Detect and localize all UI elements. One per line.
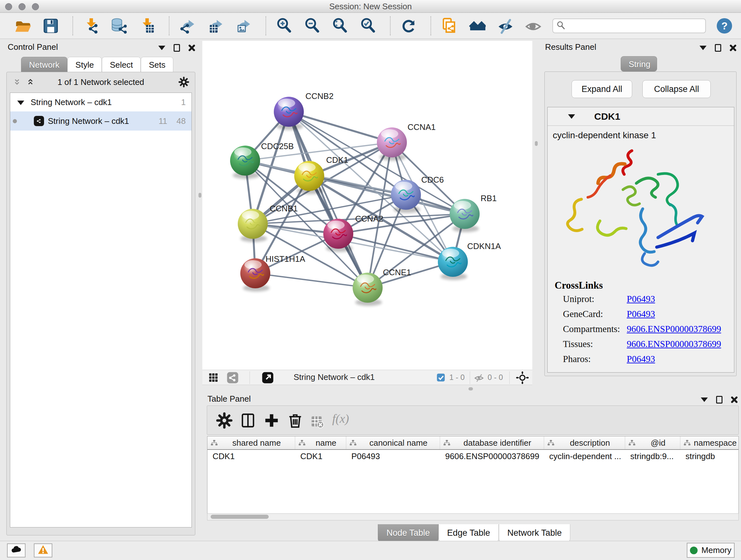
close-panel-icon[interactable] bbox=[731, 396, 738, 403]
show-all-button[interactable] bbox=[525, 17, 542, 35]
crosslink-link[interactable]: 9606.ENSP00000378699 bbox=[627, 339, 721, 349]
column-header-databaseidentifier[interactable]: database identifier bbox=[440, 436, 544, 449]
network-row-selected[interactable]: String Network – cdk1 11 48 bbox=[10, 111, 192, 131]
gear-icon[interactable] bbox=[179, 77, 189, 87]
add-column-icon[interactable] bbox=[263, 412, 280, 429]
node-CDC25B[interactable] bbox=[230, 145, 260, 179]
section-collapse-icon[interactable] bbox=[568, 114, 575, 119]
cell-databaseidentifier[interactable]: 9606.ENSP00000378699 bbox=[440, 450, 544, 463]
tab-string[interactable]: String bbox=[621, 56, 657, 71]
delete-column-icon[interactable] bbox=[287, 412, 304, 429]
zoom-in-button[interactable] bbox=[276, 17, 293, 35]
collapse-all-button[interactable]: Collapse All bbox=[643, 80, 711, 98]
float-panel-icon[interactable] bbox=[715, 44, 721, 52]
apply-layout-button[interactable] bbox=[400, 17, 418, 35]
node-section-header[interactable]: CDK1 bbox=[548, 107, 734, 126]
view-grid-icon[interactable] bbox=[207, 372, 219, 384]
node-CCNA2[interactable] bbox=[323, 219, 353, 252]
edge-HIST1H1A-CCNE1[interactable] bbox=[255, 273, 367, 288]
column-header-description[interactable]: description bbox=[544, 436, 625, 449]
hide-selected-button[interactable] bbox=[496, 17, 514, 35]
expand-all-button[interactable]: Expand All bbox=[571, 80, 632, 98]
float-panel-icon[interactable] bbox=[716, 396, 723, 403]
cloud-status-button[interactable] bbox=[7, 543, 25, 557]
node-label-CCNB2: CCNB2 bbox=[306, 91, 333, 101]
hidden-eye-icon[interactable] bbox=[474, 373, 484, 382]
tab-network-table[interactable]: Network Table bbox=[499, 524, 570, 542]
node-CDC6[interactable] bbox=[391, 180, 421, 213]
node-RB1[interactable] bbox=[450, 199, 480, 232]
crosslinks-block: CrossLinks Uniprot: P06493GeneCard: P064… bbox=[555, 280, 727, 366]
right-splitter-handle[interactable] bbox=[535, 141, 538, 146]
tab-network[interactable]: Network bbox=[21, 57, 67, 72]
cell-namespace[interactable]: stringdb bbox=[680, 450, 739, 463]
selected-checkbox-icon[interactable] bbox=[436, 373, 446, 382]
string-results-box: Expand All Collapse All CDK1 cyclin-depe… bbox=[544, 71, 737, 376]
export-table-button[interactable] bbox=[207, 17, 225, 35]
network-canvas[interactable]: CCNB2 CCNA1 CDC25B CDK1 CDC6 RB1 CCNB1 C… bbox=[202, 41, 532, 370]
node-CCNE1[interactable] bbox=[353, 273, 383, 306]
panel-menu-icon[interactable] bbox=[701, 397, 708, 402]
crosslink-link[interactable]: 9606.ENSP00000378699 bbox=[627, 324, 721, 334]
node-label-HIST1H1A: HIST1H1A bbox=[266, 254, 306, 264]
import-network-from-database-button[interactable] bbox=[111, 17, 128, 35]
cell-id[interactable]: stringdb:9... bbox=[625, 450, 680, 463]
search-input[interactable] bbox=[552, 18, 706, 33]
h-splitter-handle[interactable] bbox=[468, 387, 473, 390]
import-network-from-file-button[interactable] bbox=[83, 17, 100, 35]
tab-sets[interactable]: Sets bbox=[141, 57, 173, 72]
crosslink-link[interactable]: P06493 bbox=[627, 354, 655, 364]
cell-name[interactable]: CDK1 bbox=[295, 450, 346, 463]
tab-select[interactable]: Select bbox=[102, 57, 141, 72]
new-network-from-selection-button[interactable] bbox=[441, 17, 458, 35]
node-CCNA1[interactable] bbox=[377, 127, 407, 161]
cell-sharedname[interactable]: CDK1 bbox=[207, 450, 295, 463]
column-header-name[interactable]: name bbox=[295, 436, 346, 449]
zoom-fit-button[interactable] bbox=[332, 17, 349, 35]
crosslink-link[interactable]: P06493 bbox=[627, 294, 655, 304]
cell-canonicalname[interactable]: P06493 bbox=[346, 450, 440, 463]
zoom-out-button[interactable] bbox=[304, 17, 321, 35]
column-header-sharedname[interactable]: shared name bbox=[207, 436, 295, 449]
export-network-button[interactable] bbox=[179, 17, 197, 35]
node-CDKN1A[interactable] bbox=[438, 247, 468, 280]
crosslink-link[interactable]: P06493 bbox=[627, 309, 655, 319]
zoom-selected-button[interactable] bbox=[359, 17, 377, 35]
detach-view-icon[interactable] bbox=[262, 372, 274, 384]
column-header-namespace[interactable]: namespace bbox=[680, 436, 739, 449]
left-splitter-handle[interactable] bbox=[199, 193, 201, 198]
node-CCNB1[interactable] bbox=[238, 209, 268, 242]
table-gear-icon[interactable] bbox=[216, 412, 232, 429]
tab-node-table[interactable]: Node Table bbox=[378, 524, 439, 542]
table-row[interactable]: CDK1CDK1P064939606.ENSP00000378699cyclin… bbox=[207, 450, 738, 463]
tab-style[interactable]: Style bbox=[67, 57, 102, 72]
network-collection-row[interactable]: String Network – cdk1 1 bbox=[10, 93, 192, 111]
open-session-button[interactable] bbox=[14, 17, 31, 35]
close-panel-icon[interactable] bbox=[188, 44, 195, 51]
panel-menu-icon[interactable] bbox=[158, 46, 165, 50]
import-table-from-file-button[interactable] bbox=[138, 17, 156, 35]
close-panel-icon[interactable] bbox=[730, 44, 737, 51]
edge-CCNB2-CCNA1[interactable] bbox=[289, 112, 392, 142]
cell-description[interactable]: cyclin-dependent ... bbox=[544, 450, 625, 463]
table-hscrollbar[interactable] bbox=[207, 513, 739, 520]
tab-edge-table[interactable]: Edge Table bbox=[439, 524, 499, 542]
column-header-canonicalname[interactable]: canonical name bbox=[346, 436, 440, 449]
view-network-icon[interactable] bbox=[226, 372, 239, 384]
panel-menu-icon[interactable] bbox=[699, 46, 706, 50]
export-image-button[interactable] bbox=[235, 17, 253, 35]
toolbar-separator bbox=[390, 16, 391, 36]
show-columns-icon[interactable] bbox=[240, 412, 256, 429]
save-session-button[interactable] bbox=[42, 17, 59, 35]
float-panel-icon[interactable] bbox=[174, 44, 180, 52]
scrollbar-thumb[interactable] bbox=[211, 515, 269, 519]
node-CCNB2[interactable] bbox=[274, 97, 304, 130]
warnings-button[interactable] bbox=[34, 543, 52, 557]
birdseye-icon[interactable] bbox=[516, 371, 529, 384]
column-header-id[interactable]: @id bbox=[625, 436, 680, 449]
help-button[interactable]: ? bbox=[717, 18, 732, 34]
collection-expand-icon[interactable] bbox=[17, 101, 24, 105]
node-CDK1[interactable] bbox=[294, 161, 324, 194]
first-neighbors-button[interactable] bbox=[469, 17, 486, 35]
memory-button[interactable]: Memory bbox=[687, 543, 735, 558]
